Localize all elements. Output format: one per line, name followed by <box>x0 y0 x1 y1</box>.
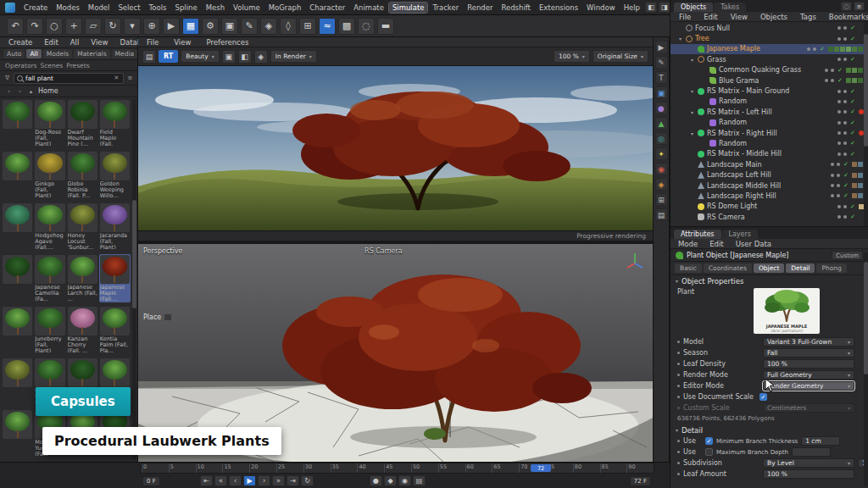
asset-scrollbar[interactable] <box>132 99 136 460</box>
enable-checkmark[interactable]: ✓ <box>843 161 849 168</box>
menu-item[interactable]: Tools <box>146 3 170 13</box>
enable-checkmark[interactable]: ✓ <box>849 140 856 147</box>
asset-category-tab[interactable]: Presets <box>66 62 89 69</box>
attribute-manager-tab[interactable]: Attributes <box>674 230 721 239</box>
renderview-menu-item[interactable]: Preferences <box>203 37 252 47</box>
texture-tag-icon[interactable] <box>852 162 857 167</box>
enable-checkmark[interactable]: ✓ <box>843 172 849 179</box>
aov-dropdown[interactable]: Beauty <box>181 50 220 63</box>
enable-checkmark[interactable]: ✓ <box>849 98 856 105</box>
enable-checkmark[interactable]: ✓ <box>849 36 856 42</box>
asset-filter-tab[interactable]: Models <box>43 49 72 58</box>
parameter-dot-icon[interactable] <box>677 396 680 398</box>
editor-visibility-dot[interactable] <box>837 131 841 135</box>
render-visibility-dot[interactable] <box>837 163 840 166</box>
object-tree-row[interactable]: Japanese Maple ✓ <box>670 44 868 54</box>
parameter-value[interactable]: Fall <box>763 348 854 358</box>
editor-visibility-dot[interactable] <box>825 69 828 72</box>
editor-visibility-dot[interactable] <box>831 184 834 187</box>
enable-checkmark[interactable]: ✓ <box>849 203 856 210</box>
enable-checkmark[interactable]: ✓ <box>849 25 856 31</box>
object-manager-menu-item[interactable]: Bookmarks <box>826 12 868 22</box>
texture-tag-icon[interactable] <box>846 78 851 83</box>
object-manager-tab[interactable]: Objects <box>674 3 713 12</box>
parameter-dot-icon[interactable] <box>677 473 680 475</box>
mograph-menu[interactable]: ⊞ <box>299 18 316 35</box>
editor-visibility-dot[interactable] <box>837 215 841 219</box>
editor-visibility-dot[interactable] <box>831 194 834 197</box>
object-tree-row[interactable]: Random ✓ <box>670 118 868 128</box>
search-settings-icon[interactable]: ≡ <box>126 75 134 81</box>
menu-item[interactable]: Mesh <box>203 3 228 13</box>
menu-item[interactable]: Animate <box>350 3 387 13</box>
menu-item[interactable]: Simulate <box>389 3 428 13</box>
plant-asset-tile[interactable]: Jacaranda (Fall, Plant) <box>99 202 131 251</box>
render-visibility-dot[interactable] <box>843 121 847 125</box>
editor-visibility-dot[interactable] <box>837 58 841 61</box>
parameter-value[interactable]: Centimeters <box>763 403 854 413</box>
enable-checkmark[interactable]: ✓ <box>837 77 843 84</box>
render-output-image[interactable] <box>138 66 653 230</box>
search-icon[interactable]: ◌ <box>841 2 852 11</box>
play-button[interactable]: ▶ <box>243 475 256 486</box>
object-tree-row[interactable]: Grass ✓ <box>670 54 868 64</box>
render-visibility-dot[interactable] <box>843 37 847 41</box>
simulate-menu[interactable]: ≈ <box>319 18 336 35</box>
render-target-dropdown[interactable]: In Render <box>270 50 317 63</box>
next-key-button[interactable]: » <box>272 475 285 486</box>
render-visibility-dot[interactable] <box>837 174 840 177</box>
preset-dropdown[interactable]: Custom <box>832 251 863 260</box>
xpresso-icon[interactable]: ⊞ <box>655 193 668 206</box>
attribute-menu-item[interactable]: Edit <box>706 239 726 249</box>
editor-visibility-dot[interactable] <box>837 152 841 156</box>
object-tree-row[interactable]: Random ✓ <box>670 97 868 107</box>
attribute-manager-scrollbar[interactable] <box>864 252 868 486</box>
attribute-section-tab[interactable]: Detail <box>786 263 815 273</box>
plant-asset-tile[interactable] <box>2 306 33 354</box>
object-tree-row[interactable]: RS Matrix - Middle Hill ✓ <box>670 149 868 159</box>
expand-toggle-icon[interactable] <box>689 57 695 63</box>
object-manager-menu-item[interactable]: File <box>676 12 694 22</box>
search-input[interactable] <box>25 75 110 82</box>
scale-tool[interactable]: ▱ <box>85 18 102 35</box>
render-visibility-dot[interactable] <box>843 100 847 103</box>
plant-asset-tile[interactable]: Japanese Larch (Fall, ... <box>67 254 98 302</box>
plant-asset-tile[interactable]: Golden Weeping Willo... <box>99 151 131 199</box>
renderview-menu-item[interactable]: File <box>143 37 162 47</box>
generators-menu[interactable]: ◈ <box>260 18 277 35</box>
texture-tag-icon[interactable] <box>852 173 857 178</box>
object-tree-row[interactable]: Landscape Middle Hill ✓ <box>670 180 868 191</box>
enable-checkmark[interactable]: ✓ <box>819 46 826 53</box>
enable-checkmark[interactable]: ✓ <box>849 88 856 95</box>
light-icon[interactable]: ✦ <box>655 147 668 160</box>
parameter-value[interactable]: Full Geometry <box>763 370 854 380</box>
object-manager-menu-item[interactable]: View <box>727 12 751 22</box>
editor-visibility-dot[interactable] <box>837 37 841 41</box>
camera-icon[interactable]: ◎ <box>655 132 668 145</box>
pen-spline-menu[interactable]: ✎ <box>241 18 258 35</box>
editor-visibility-dot[interactable] <box>837 205 841 208</box>
next-frame-button[interactable]: › <box>258 475 270 486</box>
renderview-dock-icon[interactable]: ▤ <box>142 50 156 64</box>
menu-item[interactable]: Volume <box>230 3 264 13</box>
parameter-dot-icon[interactable] <box>677 385 680 387</box>
asset-filter-tab[interactable]: All <box>26 49 41 58</box>
render-picture-viewer-button[interactable]: ▦ <box>182 18 199 35</box>
object-manager-menu-item[interactable]: Tags <box>797 12 820 22</box>
menu-item[interactable]: Create <box>20 3 51 13</box>
viewport-view-menu[interactable]: Perspective <box>143 247 182 255</box>
texture-tag-icon[interactable] <box>852 183 857 188</box>
zoom-dropdown[interactable]: 100 % <box>554 50 590 63</box>
select-icon[interactable]: ▶ <box>655 41 668 53</box>
object-manager-menu-item[interactable]: Edit <box>700 12 721 22</box>
ab-compare-icon[interactable]: ◧ <box>238 50 252 64</box>
parameter-checkbox[interactable] <box>760 393 767 401</box>
parameter-value[interactable]: 100 % <box>763 469 854 479</box>
enable-checkmark[interactable]: ✓ <box>849 214 856 220</box>
parameter-value[interactable]: 100 % <box>763 359 854 369</box>
editor-visibility-dot[interactable] <box>831 163 834 166</box>
object-tree-row[interactable]: Random ✓ <box>670 138 868 148</box>
deformers-menu[interactable]: ◊ <box>280 18 297 35</box>
asset-category-tab[interactable]: Operators <box>5 62 36 69</box>
enable-checkmark[interactable]: ✓ <box>843 182 849 189</box>
